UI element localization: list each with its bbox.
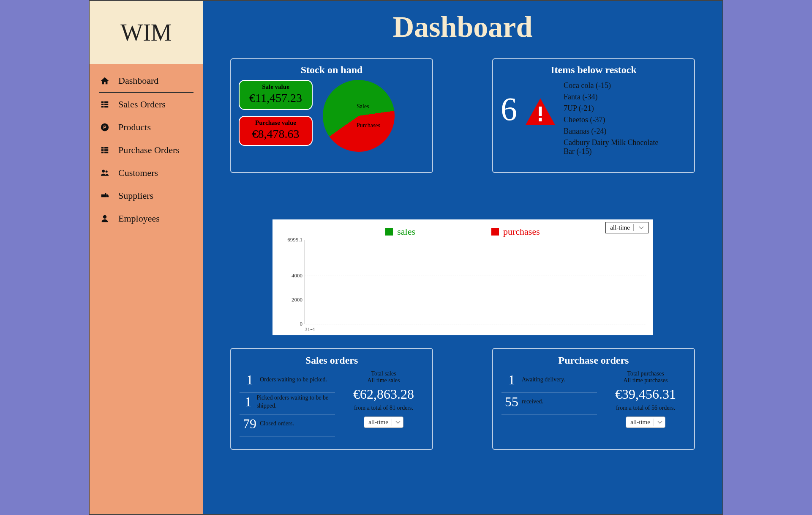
y-tick-label: 4000 <box>292 272 302 279</box>
chart-range-value: all-time <box>610 224 630 231</box>
nav: DashboardSales OrdersPProductsPurchase O… <box>90 64 203 230</box>
po-range-value: all-time <box>630 419 650 426</box>
x-tick-label <box>398 326 408 333</box>
svg-point-15 <box>106 170 108 173</box>
purchase-value-pill: Purchase value €8,478.63 <box>239 116 313 146</box>
po-range-select[interactable]: all-time <box>626 416 665 428</box>
sidebar-item-label: Dashboard <box>118 75 158 86</box>
po-total-label: Total purchases <box>605 370 686 377</box>
x-tick-label <box>418 326 428 333</box>
x-tick-label <box>542 326 553 333</box>
sidebar-item-suppliers[interactable]: Suppliers <box>90 184 203 207</box>
x-tick-label <box>408 326 418 333</box>
sidebar-item-label: Customers <box>118 167 158 178</box>
svg-rect-5 <box>104 106 108 108</box>
svg-rect-11 <box>104 149 108 151</box>
chart-range-select[interactable]: all-time <box>605 222 649 233</box>
chevron-down-icon <box>637 225 646 231</box>
x-tick-label <box>325 326 335 333</box>
svg-point-18 <box>103 215 106 219</box>
sales-orders-card: Sales orders 1Orders waiting to be picke… <box>230 348 433 450</box>
order-stat-row: 79Closed orders. <box>240 414 335 436</box>
chart-x-axis: 31-4 <box>305 324 646 333</box>
chart-bars <box>305 240 646 324</box>
order-stat-count: 55 <box>501 394 522 410</box>
sale-value-pill: Sale value €11,457.23 <box>239 80 313 110</box>
sidebar-item-purchase-orders[interactable]: Purchase Orders <box>90 139 203 162</box>
truck-icon <box>99 191 111 200</box>
x-tick-label <box>512 326 522 333</box>
x-tick-label <box>460 326 470 333</box>
x-tick-label <box>377 326 387 333</box>
stock-title: Stock on hand <box>239 64 425 76</box>
pie-sales-label: Sales <box>357 103 369 110</box>
x-tick-label <box>367 326 377 333</box>
po-total-sub: from a total of 56 orders. <box>605 405 686 411</box>
sidebar-item-products[interactable]: PProducts <box>90 116 203 139</box>
x-tick-label <box>625 326 635 333</box>
order-stat-row: 55received. <box>501 392 597 414</box>
x-tick-label <box>553 326 563 333</box>
svg-rect-2 <box>101 104 104 105</box>
legend-purchases: purchases <box>491 226 540 237</box>
svg-rect-13 <box>104 152 108 153</box>
po-total-value: €39,456.31 <box>605 386 686 402</box>
order-stat-label: Closed orders. <box>260 420 294 427</box>
legend-purchases-swatch <box>491 228 499 236</box>
sidebar-item-label: Employees <box>118 213 160 224</box>
legend-sales-label: sales <box>397 226 415 237</box>
order-stat-count: 79 <box>240 416 260 432</box>
order-stat-label: Picked orders waiting to be be shipped. <box>256 394 335 409</box>
product-icon: P <box>99 123 111 132</box>
so-total-label2: All time sales <box>343 377 424 384</box>
sales-purchases-chart: all-time sales purchases 0200040006995.1… <box>272 219 653 335</box>
pie-purchases-label: Purchases <box>357 122 380 129</box>
stock-pie-chart: Sales Purchases <box>323 80 395 152</box>
svg-rect-0 <box>101 101 104 103</box>
sidebar-item-customers[interactable]: Customers <box>90 162 203 184</box>
sidebar-item-label: Purchase Orders <box>118 145 180 156</box>
svg-rect-17 <box>105 193 106 197</box>
svg-rect-3 <box>104 104 108 105</box>
order-stat-row: 1Awaiting delivery. <box>501 370 597 392</box>
list-icon <box>99 145 111 155</box>
sidebar-item-dashboard[interactable]: Dashboard <box>90 69 203 92</box>
order-stat-row: 1Orders waiting to be picked. <box>240 370 335 392</box>
sale-value: €11,457.23 <box>242 91 309 105</box>
so-total-value: €62,863.28 <box>343 386 424 402</box>
x-tick-label <box>615 326 625 333</box>
x-tick-label <box>439 326 449 333</box>
x-tick-label: 31-4 <box>305 326 315 333</box>
x-tick-label <box>480 326 490 333</box>
chevron-down-icon <box>657 419 662 426</box>
so-total-label: Total sales <box>343 370 424 377</box>
main-content: Dashboard Stock on hand Sale value €11,4… <box>203 0 723 515</box>
purchase-value: €8,478.63 <box>242 127 309 141</box>
so-total-sub: from a total of 81 orders. <box>343 405 424 411</box>
restock-list-item: Coca cola (-15) <box>564 80 659 91</box>
x-tick-label <box>605 326 615 333</box>
restock-list-item: 7UP (-21) <box>564 103 659 114</box>
sidebar-item-sales-orders[interactable]: Sales Orders <box>90 93 203 116</box>
x-tick-label <box>636 326 646 333</box>
purchase-orders-title: Purchase orders <box>501 355 686 366</box>
legend-sales-swatch <box>385 228 393 236</box>
sidebar-item-label: Sales Orders <box>118 99 166 110</box>
brand-logo: WIM <box>90 1 203 64</box>
chevron-down-icon <box>395 419 401 426</box>
svg-rect-16 <box>101 194 105 197</box>
restock-list[interactable]: Coca cola (-15)Fanta (-34)7UP (-21)Cheet… <box>564 80 659 164</box>
chart-plot: 0200040006995.1 <box>305 240 646 324</box>
x-tick-label <box>522 326 532 333</box>
pie-graphic <box>318 75 399 156</box>
users-icon <box>99 168 111 178</box>
sales-orders-title: Sales orders <box>240 355 424 366</box>
po-total-label2: All time purchases <box>605 377 686 384</box>
svg-point-14 <box>102 170 105 173</box>
so-range-select[interactable]: all-time <box>364 416 403 428</box>
sidebar: WIM DashboardSales OrdersPProductsPurcha… <box>89 0 203 515</box>
svg-rect-10 <box>101 149 104 151</box>
list-icon <box>99 100 111 109</box>
sidebar-item-employees[interactable]: Employees <box>90 207 203 230</box>
purchase-value-label: Purchase value <box>242 119 309 126</box>
